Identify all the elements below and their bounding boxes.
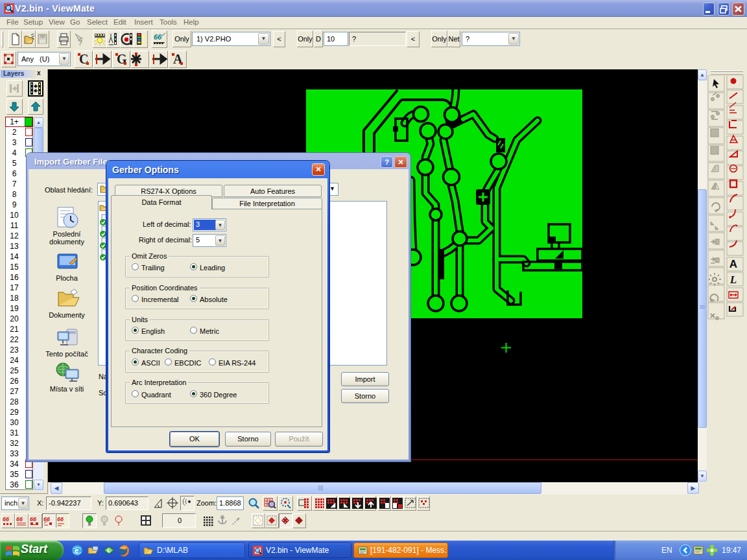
svg-text:66: 66 [57, 516, 64, 522]
svg-text:e: e [75, 546, 78, 554]
svg-text:L: L [108, 548, 111, 554]
svg-text:?: ? [78, 38, 82, 47]
svg-text:66: 66 [30, 516, 37, 522]
svg-text:A: A [729, 258, 737, 270]
svg-text:66: 66 [3, 516, 10, 522]
svg-text:66: 66 [154, 33, 162, 41]
svg-text:L: L [729, 274, 737, 286]
svg-text:66: 66 [16, 516, 23, 522]
